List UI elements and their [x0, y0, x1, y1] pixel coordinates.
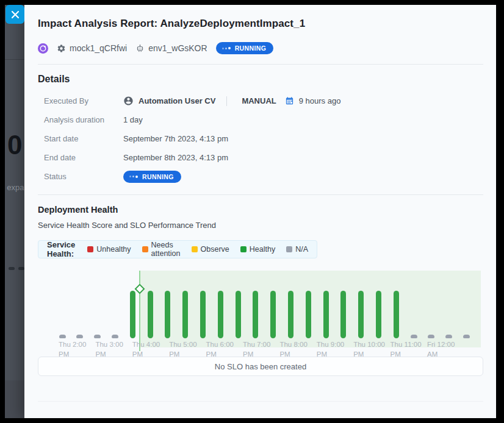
health-bar-healthy[interactable] [288, 291, 293, 338]
legend-title: Service Health: [47, 240, 76, 258]
service-health-legend: Service Health: UnhealthyNeeds attention… [38, 240, 317, 258]
x-axis-tick: Thu 8:00PM [279, 340, 307, 359]
health-bar-healthy[interactable] [323, 291, 329, 338]
legend-swatch-icon [286, 246, 292, 252]
health-bar-na[interactable] [59, 335, 66, 338]
dimmed-page-backdrop: 0 To expand [5, 5, 24, 418]
legend-item: Observe [192, 245, 229, 254]
x-axis-tick: Thu 6:00PM [206, 340, 234, 359]
gear-icon [57, 44, 66, 53]
service-meta[interactable]: mock1_qCRfwi [57, 43, 127, 53]
deployment-marker-line [139, 271, 140, 351]
legend-item: N/A [286, 245, 308, 254]
health-bar-healthy[interactable] [340, 291, 346, 338]
environment-icon [135, 44, 145, 53]
x-axis-tick: Thu 5:00PM [169, 340, 196, 359]
report-title: Impact Analysis Report: AnalyzeDeploymen… [38, 18, 481, 30]
detail-value: Automation User CV MANUAL 9 hours ago [123, 96, 340, 106]
health-bar-na[interactable] [445, 335, 452, 338]
environment-name: env1_wGsKOR [148, 43, 207, 53]
health-bar-healthy[interactable] [270, 291, 276, 338]
health-bar-na[interactable] [463, 335, 470, 338]
health-bar-healthy[interactable] [358, 291, 364, 338]
header-divider [38, 64, 483, 65]
detail-row: Start date September 7th 2023, 4:13 pm [38, 129, 483, 148]
report-meta-row: mock1_qCRfwi env1_wGsKOR RUNNING [38, 41, 273, 55]
detail-value: September 7th 2023, 4:13 pm [123, 134, 228, 143]
detail-value: September 8th 2023, 4:13 pm [123, 153, 228, 162]
details-heading: Details [38, 74, 70, 85]
vertical-divider [226, 96, 227, 106]
health-bar-healthy[interactable] [376, 291, 381, 338]
health-bar-healthy[interactable] [130, 291, 135, 338]
x-axis-tick: Thu 10:00PM [353, 340, 385, 359]
footer-divider [38, 401, 483, 402]
health-bar-healthy[interactable] [306, 291, 311, 338]
slo-empty-state: No SLO has been created [38, 357, 483, 376]
x-axis-tick: Thu 3:00PM [95, 340, 123, 359]
status-badge: RUNNING [123, 171, 181, 183]
deployment-health-subtitle: Service Health Score and SLO Performance… [38, 221, 216, 230]
close-drawer-button[interactable] [5, 5, 24, 24]
legend-swatch-icon [192, 246, 198, 252]
status-badge: RUNNING [216, 42, 274, 54]
health-bar-healthy[interactable] [182, 291, 188, 338]
user-avatar-icon [123, 96, 134, 106]
detail-label: End date [44, 153, 123, 162]
x-axis-tick: Thu 11:00PM [391, 340, 422, 359]
impact-analysis-drawer: Impact Analysis Report: AnalyzeDeploymen… [24, 5, 496, 418]
legend-item: Unhealthy [87, 245, 131, 254]
status-badge-label: RUNNING [235, 44, 267, 52]
legend-swatch-icon [87, 246, 93, 252]
detail-row-executed-by: Executed By Automation User CV MANUAL 9 … [38, 91, 483, 110]
backdrop-metric-glimpse: 0 [7, 130, 22, 160]
x-axis-tick: Thu 9:00PM [317, 340, 344, 359]
trigger-type: MANUAL [242, 96, 276, 105]
detail-row: Analysis duration 1 day [38, 110, 483, 129]
service-avatar-icon [38, 43, 48, 54]
legend-item: Needs attention [142, 241, 181, 258]
backdrop-chart-stub [18, 267, 24, 270]
health-bar-healthy[interactable] [236, 291, 241, 338]
pulse-dots-icon [129, 176, 138, 178]
service-name: mock1_qCRfwi [70, 43, 127, 53]
backdrop-tone-band [5, 380, 24, 418]
x-axis-tick: Thu 4:00PM [132, 340, 160, 359]
legend-item: Healthy [240, 245, 275, 254]
section-divider [38, 194, 483, 195]
health-bar-na[interactable] [112, 335, 118, 338]
screen: 0 To expand Impact Analysis Report: Anal… [0, 0, 504, 423]
health-bar-healthy[interactable] [218, 291, 223, 338]
details-rows: Executed By Automation User CV MANUAL 9 … [38, 91, 483, 186]
health-bar-healthy[interactable] [253, 291, 258, 338]
health-bar-healthy[interactable] [394, 291, 399, 338]
legend-items: UnhealthyNeeds attentionObserveHealthyN/… [87, 241, 308, 258]
health-bar-na[interactable] [411, 335, 417, 338]
detail-row-status: Status RUNNING [38, 167, 483, 186]
backdrop-chart-stub [9, 267, 15, 270]
environment-meta[interactable]: env1_wGsKOR [135, 43, 207, 53]
health-bar-na[interactable] [428, 335, 434, 338]
detail-row: End date September 8th 2023, 4:13 pm [38, 148, 483, 167]
x-axis-tick: Fri 12:00AM [427, 340, 455, 359]
health-bar-healthy[interactable] [165, 291, 170, 338]
health-bar-na[interactable] [94, 335, 101, 338]
health-trend-chart: Thu 2:00PMThu 3:00PMThu 4:00PMThu 5:00PM… [38, 267, 483, 355]
executed-by-user: Automation User CV [139, 96, 215, 105]
health-bar-na[interactable] [76, 335, 83, 338]
status-badge-label: RUNNING [142, 173, 174, 180]
detail-label: Start date [44, 134, 123, 143]
detail-label: Executed By [44, 96, 123, 105]
pulse-dots-icon [222, 47, 231, 49]
health-bar-healthy[interactable] [200, 291, 206, 338]
backdrop-divider [5, 59, 24, 60]
x-axis-tick: Thu 2:00PM [59, 340, 86, 359]
health-bar-healthy[interactable] [148, 291, 153, 338]
deployment-health-heading: Deployment Health [38, 205, 118, 215]
calendar-icon [285, 96, 294, 105]
detail-value: 1 day [123, 115, 143, 124]
detail-label: Status [44, 172, 123, 181]
legend-swatch-icon [240, 246, 247, 252]
slo-empty-message: No SLO has been created [215, 362, 306, 371]
detail-label: Analysis duration [44, 115, 123, 124]
